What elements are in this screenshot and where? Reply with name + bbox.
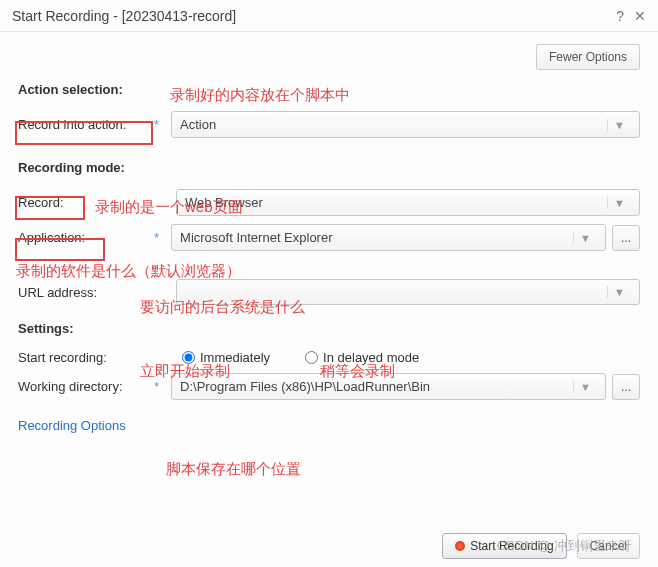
record-icon (455, 541, 465, 551)
working-directory-label: Working directory: (18, 379, 146, 394)
url-combo[interactable]: ▼ (176, 279, 640, 305)
titlebar: Start Recording - [20230413-record] ? ✕ (0, 0, 658, 29)
annotation-text: 脚本保存在哪个位置 (166, 460, 301, 479)
radio-immediately[interactable]: Immediately (182, 350, 270, 365)
required-star: * (154, 379, 159, 394)
working-dir-combo[interactable]: D:\Program Files (x86)\HP\LoadRunner\Bin… (171, 373, 606, 400)
settings-label: Settings: (18, 321, 74, 336)
chevron-down-icon: ▼ (607, 119, 631, 131)
close-icon[interactable]: ✕ (634, 8, 646, 24)
watermark: CSDN @.冲到铜里来呀 (497, 537, 632, 555)
chevron-down-icon: ▼ (573, 232, 597, 244)
window-title: Start Recording - [20230413-record] (12, 8, 616, 24)
title-icons: ? ✕ (616, 8, 646, 24)
record-label: Record: (18, 195, 146, 210)
application-combo[interactable]: Microsoft Internet Explorer ▼ (171, 224, 606, 251)
help-icon[interactable]: ? (616, 8, 624, 24)
chevron-down-icon: ▼ (607, 197, 631, 209)
application-browse-button[interactable]: ... (612, 225, 640, 251)
radio-delayed[interactable]: In delayed mode (305, 350, 419, 365)
start-recording-label: Start recording: (18, 350, 146, 365)
radio-delayed-input[interactable] (305, 351, 318, 364)
required-star: * (154, 117, 159, 132)
record-mode-combo[interactable]: Web Browser ▼ (176, 189, 640, 216)
content: Fewer Options Action selection: Record i… (0, 34, 658, 433)
recording-mode-label: Recording mode: (18, 160, 125, 175)
working-dir-browse-button[interactable]: ... (612, 374, 640, 400)
chevron-down-icon: ▼ (607, 286, 631, 298)
required-star: * (154, 230, 159, 245)
recording-options-link[interactable]: Recording Options (18, 418, 126, 433)
action-selection-label: Action selection: (18, 82, 123, 97)
action-combo[interactable]: Action ▼ (171, 111, 640, 138)
application-label: Application: (18, 230, 146, 245)
fewer-options-button[interactable]: Fewer Options (536, 44, 640, 70)
start-recording-radio-group: Immediately In delayed mode (182, 350, 419, 365)
radio-immediately-input[interactable] (182, 351, 195, 364)
record-into-action-label: Record into action: (18, 117, 146, 132)
chevron-down-icon: ▼ (573, 381, 597, 393)
url-address-label: URL address: (18, 285, 146, 300)
